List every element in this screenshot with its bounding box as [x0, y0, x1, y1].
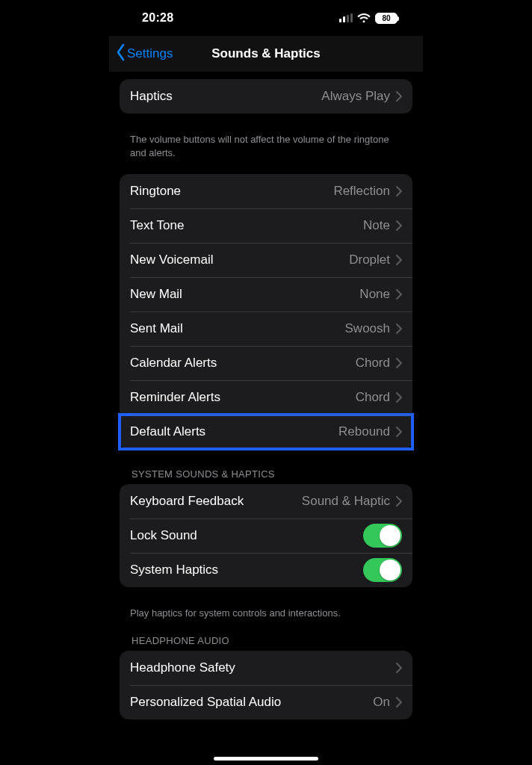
row-value: None: [359, 287, 390, 302]
row-label: Ringtone: [130, 184, 181, 199]
row-label: Haptics: [130, 89, 173, 104]
page-title: Sounds & Haptics: [211, 46, 320, 61]
lock-sound-toggle[interactable]: [363, 524, 402, 548]
back-button[interactable]: Settings: [115, 36, 173, 72]
row-value: On: [373, 695, 390, 710]
wifi-icon: [357, 13, 371, 23]
row-label: Calendar Alerts: [130, 356, 217, 371]
row-system-haptics[interactable]: System Haptics: [120, 553, 412, 587]
row-label: Headphone Safety: [130, 660, 235, 675]
system-sounds-group: Keyboard Feedback Sound & Haptic Lock So…: [120, 484, 412, 587]
row-label: New Mail: [130, 287, 182, 302]
ringer-footer: The volume buttons will not affect the v…: [109, 128, 423, 159]
chevron-right-icon: [396, 289, 402, 300]
headphone-audio-header: Headphone Audio: [109, 631, 423, 651]
system-sounds-header: System Sounds & Haptics: [109, 464, 423, 484]
row-personalized-spatial-audio[interactable]: Personalized Spatial Audio On: [120, 685, 412, 719]
chevron-right-icon: [396, 323, 402, 334]
row-lock-sound[interactable]: Lock Sound: [120, 518, 412, 553]
row-label: Sent Mail: [130, 321, 183, 336]
sounds-group: Ringtone Reflection Text Tone Note New V…: [120, 174, 412, 449]
battery-icon: 80: [375, 13, 398, 24]
chevron-right-icon: [396, 392, 402, 403]
row-value: Always Play: [321, 89, 390, 104]
chevron-right-icon: [396, 220, 402, 231]
row-value: Note: [363, 218, 390, 233]
row-sent-mail[interactable]: Sent Mail Swoosh: [120, 312, 412, 346]
row-value: Chord: [356, 356, 390, 371]
row-value: Sound & Haptic: [302, 494, 390, 509]
settings-scroll[interactable]: Haptics Always Play The volume buttons w…: [109, 72, 423, 765]
chevron-right-icon: [396, 496, 402, 507]
row-calendar-alerts[interactable]: Calendar Alerts Chord: [120, 346, 412, 380]
cellular-signal-icon: [339, 13, 353, 22]
battery-level: 80: [376, 13, 397, 23]
chevron-left-icon: [115, 43, 126, 65]
status-bar: 20:28 80: [109, 0, 423, 36]
chevron-right-icon: [396, 186, 402, 196]
back-label: Settings: [127, 46, 173, 61]
chevron-right-icon: [396, 91, 402, 102]
row-label: Reminder Alerts: [130, 390, 220, 405]
row-label: Personalized Spatial Audio: [130, 695, 281, 710]
row-new-mail[interactable]: New Mail None: [120, 277, 412, 312]
status-indicators: 80: [339, 13, 398, 24]
row-reminder-alerts[interactable]: Reminder Alerts Chord: [120, 380, 412, 415]
chevron-right-icon: [396, 663, 402, 673]
chevron-right-icon: [396, 255, 402, 265]
row-value: Reflection: [333, 184, 390, 199]
headphone-audio-group: Headphone Safety Personalized Spatial Au…: [120, 651, 412, 719]
nav-bar: Settings Sounds & Haptics: [109, 36, 423, 72]
row-label: New Voicemail: [130, 253, 214, 267]
row-headphone-safety[interactable]: Headphone Safety: [120, 651, 412, 685]
row-label: Text Tone: [130, 218, 184, 233]
home-indicator[interactable]: [214, 757, 318, 761]
chevron-right-icon: [396, 427, 402, 437]
phone-frame: 20:28 80 Settings Sounds & Haptics: [109, 0, 423, 765]
row-label: Keyboard Feedback: [130, 494, 244, 509]
row-text-tone[interactable]: Text Tone Note: [120, 208, 412, 243]
status-time: 20:28: [142, 11, 173, 25]
row-label: Default Alerts: [130, 424, 205, 439]
row-value: Chord: [356, 390, 390, 405]
row-value: Swoosh: [345, 321, 390, 336]
row-label: System Haptics: [130, 563, 218, 577]
row-value: Droplet: [349, 253, 390, 267]
system-haptics-toggle[interactable]: [363, 558, 402, 582]
row-value: Rebound: [338, 424, 390, 439]
system-sounds-footer: Play haptics for system controls and int…: [109, 602, 423, 620]
chevron-right-icon: [396, 697, 402, 707]
row-keyboard-feedback[interactable]: Keyboard Feedback Sound & Haptic: [120, 484, 412, 518]
ringer-group: Haptics Always Play: [120, 79, 412, 114]
row-new-voicemail[interactable]: New Voicemail Droplet: [120, 243, 412, 277]
row-ringtone[interactable]: Ringtone Reflection: [120, 174, 412, 208]
row-default-alerts[interactable]: Default Alerts Rebound: [120, 415, 412, 449]
row-haptics[interactable]: Haptics Always Play: [120, 79, 412, 114]
row-label: Lock Sound: [130, 528, 197, 543]
chevron-right-icon: [396, 358, 402, 368]
